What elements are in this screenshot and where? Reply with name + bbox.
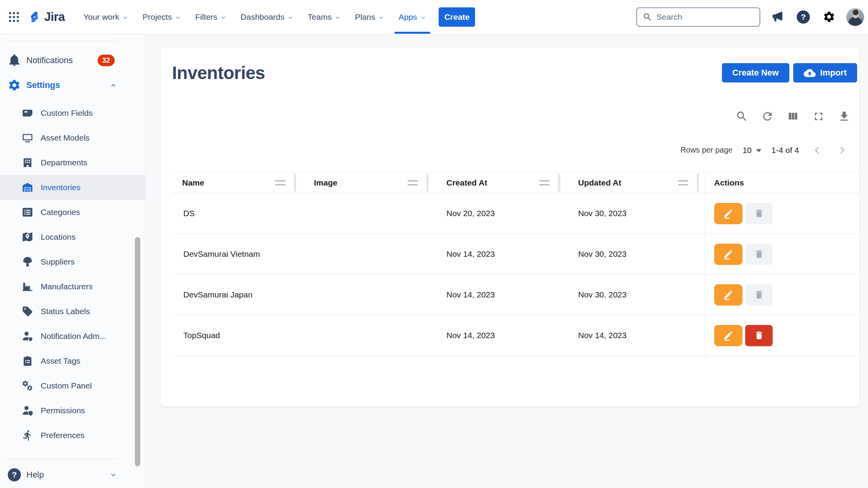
jira-logo[interactable]: Jira [28, 10, 65, 24]
search-box[interactable] [636, 7, 760, 27]
warehouse-icon [22, 182, 33, 193]
rows-per-page-select[interactable]: 10 [742, 146, 761, 155]
sidebar-item-notification-adm[interactable]: Notification Adm... [0, 324, 145, 349]
column-label: Image [314, 178, 338, 187]
list-icon [22, 206, 33, 218]
edit-button[interactable] [714, 284, 742, 306]
sidebar-item-label: Preferences [41, 431, 84, 440]
column-header-name[interactable]: Name [172, 173, 302, 193]
sidebar: Notifications 32 Settings Custom FieldsA… [0, 34, 146, 488]
delete-button[interactable] [745, 284, 773, 306]
parachute-icon [22, 256, 33, 268]
user-avatar[interactable] [846, 8, 864, 26]
cell-name: DevSamurai Vietnam [172, 249, 302, 259]
sidebar-item-notifications[interactable]: Notifications 32 [0, 48, 145, 73]
sidebar-item-locations[interactable]: Locations [0, 225, 145, 249]
nav-item-filters[interactable]: Filters [189, 8, 233, 26]
create-new-button[interactable]: Create New [722, 63, 789, 82]
help-button[interactable]: ? [795, 9, 811, 25]
delete-button[interactable] [745, 244, 773, 265]
import-button[interactable]: Import [793, 63, 857, 82]
sidebar-item-help[interactable]: ? Help [0, 462, 145, 487]
inventories-card: Inventories Create New Import [160, 47, 859, 407]
resize-handle-icon [678, 180, 688, 186]
refresh-button[interactable] [760, 108, 775, 124]
search-input[interactable] [656, 12, 754, 22]
nav-item-plans[interactable]: Plans [349, 8, 391, 26]
sidebar-item-asset-tags[interactable]: Asset Tags [0, 349, 145, 373]
sidebar-item-departments[interactable]: Departments [0, 150, 145, 175]
chevron-down-icon [334, 14, 341, 21]
sidebar-item-label: Inventories [41, 183, 81, 192]
sidebar-item-preferences[interactable]: Preferences [0, 423, 145, 448]
sidebar-bottom: ? Help [0, 459, 145, 487]
sidebar-item-inventories[interactable]: Inventories [0, 175, 145, 200]
sidebar-item-custom-panel[interactable]: Custom Panel [0, 373, 145, 398]
cell-updated-at: Nov 30, 2023 [567, 290, 705, 299]
main-nav: Your workProjectsFiltersDashboardsTeamsP… [77, 8, 432, 26]
sidebar-item-label: Notification Adm... [41, 332, 106, 341]
sidebar-item-status-labels[interactable]: Status Labels [0, 299, 145, 324]
nav-item-apps[interactable]: Apps [392, 8, 432, 26]
cell-name: TopSquad [172, 331, 302, 340]
cell-updated-at: Nov 30, 2023 [567, 249, 705, 259]
import-label: Import [820, 68, 847, 78]
app-switcher-button[interactable] [5, 9, 22, 26]
column-header-image[interactable]: Image [302, 173, 435, 193]
sidebar-scrollbar[interactable] [135, 237, 140, 466]
column-resize-bar[interactable] [558, 174, 560, 192]
delete-button[interactable] [745, 325, 773, 346]
top-navbar: Jira Your workProjectsFiltersDashboardsT… [0, 0, 868, 34]
clipboard-icon [22, 355, 33, 367]
chevron-down-icon [378, 14, 384, 21]
nav-item-teams[interactable]: Teams [301, 8, 347, 26]
edit-button[interactable] [714, 203, 742, 224]
sidebar-item-asset-models[interactable]: Asset Models [0, 125, 145, 150]
next-page-button[interactable] [835, 143, 850, 158]
sidebar-item-categories[interactable]: Categories [0, 200, 145, 225]
fullscreen-button[interactable] [811, 108, 826, 124]
column-header-actions: Actions [705, 173, 859, 193]
columns-button[interactable] [785, 108, 801, 124]
delete-button[interactable] [745, 203, 773, 224]
resize-handle-icon [408, 180, 418, 186]
column-header-updated-at[interactable]: Updated At [567, 173, 705, 193]
person-shield-icon [22, 405, 33, 416]
chevron-down-icon [175, 14, 181, 21]
resize-handle-icon [275, 180, 285, 186]
sidebar-item-label: Asset Tags [41, 356, 80, 366]
table-search-button[interactable] [734, 108, 749, 124]
previous-page-button[interactable] [809, 143, 825, 158]
column-resize-bar[interactable] [294, 174, 296, 192]
chevron-down-icon [220, 14, 227, 21]
building-icon [22, 157, 33, 168]
create-button[interactable]: Create [439, 7, 475, 27]
edit-button[interactable] [714, 325, 742, 346]
sidebar-item-manufacturers[interactable]: Manufacturers [0, 274, 145, 299]
edit-button[interactable] [714, 244, 742, 265]
sidebar-item-settings[interactable]: Settings [0, 73, 145, 98]
sidebar-item-permissions[interactable]: Permissions [0, 398, 145, 423]
column-resize-bar[interactable] [697, 174, 699, 192]
settings-button[interactable] [821, 9, 837, 25]
resize-handle-icon [539, 180, 549, 186]
trash-icon [754, 330, 764, 340]
column-header-created-at[interactable]: Created At [435, 173, 567, 193]
person-badge-icon [22, 330, 33, 342]
nav-item-dashboards[interactable]: Dashboards [234, 8, 300, 26]
search-icon [735, 110, 748, 123]
column-resize-bar[interactable] [426, 174, 429, 192]
download-button[interactable] [836, 108, 852, 124]
sidebar-item-custom-fields[interactable]: Custom Fields [0, 101, 145, 125]
header-actions: Create New Import [722, 63, 857, 82]
inventories-table: Name Image Created At [172, 172, 859, 356]
sidebar-item-suppliers[interactable]: Suppliers [0, 249, 145, 274]
help-icon: ? [8, 468, 21, 481]
table-body: DSNov 20, 2023Nov 30, 2023DevSamurai Vie… [172, 193, 859, 356]
factory-icon [22, 281, 33, 292]
announcements-button[interactable] [770, 9, 786, 25]
pagination-range: 1-4 of 4 [772, 146, 799, 155]
nav-item-projects[interactable]: Projects [136, 8, 188, 26]
nav-item-label: Your work [83, 12, 119, 22]
nav-item-your-work[interactable]: Your work [77, 8, 135, 26]
